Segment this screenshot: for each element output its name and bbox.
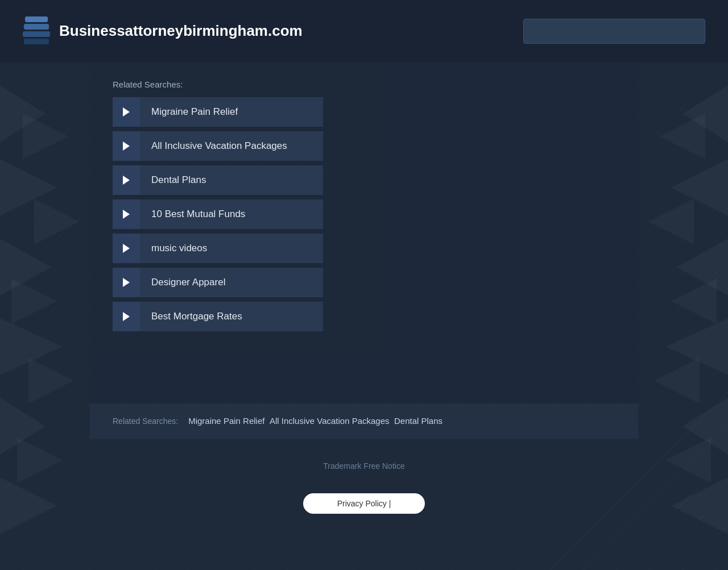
footer-related: Related Searches: Migraine Pain Relief A… bbox=[90, 403, 638, 439]
svg-marker-18 bbox=[648, 199, 694, 244]
search-item[interactable]: Dental Plans bbox=[113, 165, 323, 195]
search-item-label: Dental Plans bbox=[140, 165, 323, 195]
search-item-arrow-icon bbox=[113, 268, 140, 297]
search-item[interactable]: Designer Apparel bbox=[113, 268, 323, 297]
search-item-arrow-icon bbox=[113, 199, 140, 229]
search-item-label: Best Mortgage Rates bbox=[140, 302, 323, 331]
search-item[interactable]: Migraine Pain Relief bbox=[113, 97, 323, 127]
search-item[interactable]: Best Mortgage Rates bbox=[113, 302, 323, 331]
logo-icon bbox=[23, 16, 50, 46]
search-item-label: All Inclusive Vacation Packages bbox=[140, 131, 323, 161]
search-item[interactable]: music videos bbox=[113, 234, 323, 263]
svg-marker-11 bbox=[682, 85, 728, 142]
logo-text: Businessattorneybirmingham.com bbox=[59, 22, 303, 40]
logo-area: Businessattorneybirmingham.com bbox=[23, 16, 303, 46]
svg-marker-0 bbox=[0, 85, 46, 142]
search-item-arrow-icon bbox=[113, 234, 140, 263]
trademark-notice: Trademark Free Notice bbox=[0, 461, 728, 471]
svg-marker-3 bbox=[0, 318, 63, 375]
svg-marker-17 bbox=[660, 114, 705, 159]
related-searches-label: Related Searches: bbox=[113, 80, 615, 89]
header: Businessattorneybirmingham.com bbox=[0, 0, 728, 63]
search-item-label: music videos bbox=[140, 234, 323, 263]
svg-marker-20 bbox=[654, 358, 700, 403]
footer-separator bbox=[391, 416, 393, 426]
footer-related-link[interactable]: Dental Plans bbox=[394, 416, 442, 426]
search-item-label: 10 Best Mutual Funds bbox=[140, 199, 323, 229]
search-item[interactable]: All Inclusive Vacation Packages bbox=[113, 131, 323, 161]
search-item-arrow-icon bbox=[113, 165, 140, 195]
search-item-label: Designer Apparel bbox=[140, 268, 323, 297]
main-content: Related Searches: Migraine Pain ReliefAl… bbox=[90, 63, 638, 403]
footer-related-label: Related Searches: bbox=[113, 417, 178, 426]
privacy-policy-button[interactable]: Privacy Policy | bbox=[303, 493, 425, 514]
search-items-list: Migraine Pain ReliefAll Inclusive Vacati… bbox=[113, 97, 323, 331]
footer-related-link[interactable]: Migraine Pain Relief bbox=[188, 416, 264, 426]
footer-separator bbox=[266, 416, 268, 426]
search-item-arrow-icon bbox=[113, 302, 140, 331]
svg-marker-12 bbox=[671, 159, 728, 216]
svg-marker-14 bbox=[665, 318, 728, 375]
search-item-arrow-icon bbox=[113, 97, 140, 127]
search-item[interactable]: 10 Best Mutual Funds bbox=[113, 199, 323, 229]
bottom-area: Trademark Free Notice Privacy Policy | bbox=[0, 439, 728, 525]
svg-marker-7 bbox=[34, 199, 80, 244]
svg-marker-13 bbox=[677, 239, 728, 296]
footer-related-link[interactable]: All Inclusive Vacation Packages bbox=[270, 416, 390, 426]
svg-marker-19 bbox=[671, 278, 717, 324]
search-item-arrow-icon bbox=[113, 131, 140, 161]
svg-marker-6 bbox=[23, 114, 68, 159]
svg-marker-2 bbox=[0, 239, 51, 296]
svg-marker-8 bbox=[11, 278, 57, 324]
svg-marker-9 bbox=[28, 358, 74, 403]
footer-links: Migraine Pain Relief All Inclusive Vacat… bbox=[188, 416, 442, 426]
search-input[interactable] bbox=[523, 19, 705, 44]
svg-marker-1 bbox=[0, 159, 57, 216]
search-item-label: Migraine Pain Relief bbox=[140, 97, 323, 127]
